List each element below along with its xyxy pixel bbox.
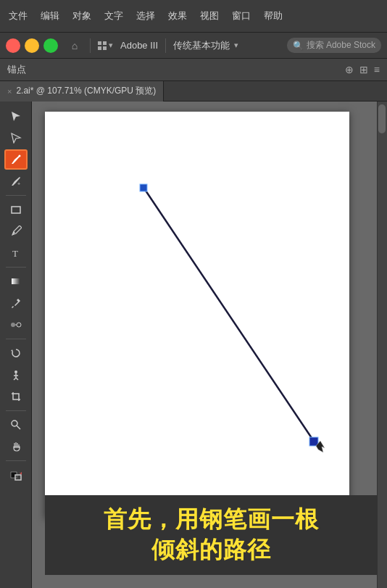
annotation-text: 首先，用钢笔画一根 倾斜的路径: [104, 505, 319, 565]
tool-separator-2: [6, 267, 26, 268]
window-close-btn[interactable]: [6, 38, 20, 53]
search-icon: 🔍: [293, 41, 304, 51]
tool-separator-3: [6, 339, 26, 339]
workspace-dropdown-icon[interactable]: ▾: [234, 41, 238, 50]
arrange-dropdown-icon[interactable]: ▾: [109, 41, 113, 50]
main-area: + T: [0, 102, 387, 588]
anchor-icon-3[interactable]: ≡: [374, 64, 380, 75]
svg-text:T: T: [12, 248, 18, 259]
pen-add-tool[interactable]: +: [4, 171, 28, 191]
annotation-line1: 首先，用钢笔画一根: [104, 505, 319, 535]
hand-tool[interactable]: [4, 436, 28, 457]
fill-stroke-tool[interactable]: ⟲: [4, 465, 28, 485]
anchor-icon-1[interactable]: ⊕: [345, 64, 354, 75]
rotate-tool[interactable]: [4, 343, 28, 363]
document-tab[interactable]: × 2.ai* @ 107.71% (CMYK/GPU 预览): [0, 81, 164, 102]
puppet-warp-tool[interactable]: [4, 365, 28, 385]
text-tool[interactable]: T: [4, 243, 28, 263]
annotation-line2: 倾斜的路径: [104, 535, 319, 566]
pen-tool[interactable]: [4, 149, 28, 170]
search-placeholder: 搜索 Adobe Stock: [307, 39, 375, 51]
blend-tool[interactable]: [4, 315, 28, 335]
menu-effects[interactable]: 效果: [168, 9, 187, 22]
anchor-bar: 锚点 ⊕ ⊞ ≡: [0, 58, 387, 81]
top-toolbar: ⌂ ▾ Adobe III 传统基本功能 ▾ 🔍 搜索 Adobe Stock: [0, 32, 387, 58]
menu-object[interactable]: 对象: [72, 9, 91, 22]
svg-text:⟲: ⟲: [20, 471, 22, 477]
tool-separator-5: [6, 460, 26, 461]
svg-text:+: +: [17, 181, 20, 186]
workspace-label[interactable]: 传统基本功能: [173, 39, 230, 52]
pencil-tool[interactable]: [4, 221, 28, 241]
menu-window[interactable]: 窗口: [232, 9, 251, 22]
svg-rect-4: [12, 278, 20, 284]
select-tool[interactable]: [4, 106, 28, 126]
crop-tool[interactable]: [4, 386, 28, 407]
separator-2: [165, 38, 166, 53]
svg-point-8: [14, 370, 17, 373]
separator-1: [90, 38, 91, 53]
tab-bar: × 2.ai* @ 107.71% (CMYK/GPU 预览): [0, 81, 387, 102]
svg-rect-2: [12, 207, 20, 213]
zoom-tool[interactable]: [4, 415, 28, 435]
arrange-icon[interactable]: ▾: [98, 41, 113, 50]
svg-point-6: [17, 323, 21, 327]
scroll-thumb-vertical[interactable]: [378, 104, 386, 133]
svg-point-0: [18, 155, 20, 157]
eyedropper-tool[interactable]: [4, 293, 28, 313]
window-maximize-btn[interactable]: [43, 38, 58, 53]
tool-separator-4: [6, 410, 26, 411]
anchor-icon-2[interactable]: ⊞: [359, 64, 368, 75]
tab-close-btn[interactable]: ×: [7, 87, 12, 96]
anchor-right-icons: ⊕ ⊞ ≡: [345, 64, 380, 75]
window-minimize-btn[interactable]: [25, 38, 39, 53]
menu-bar: 文件 编辑 对象 文字 选择 效果 视图 窗口 帮助: [0, 0, 387, 32]
direct-select-tool[interactable]: [4, 128, 28, 148]
menu-select[interactable]: 选择: [136, 9, 155, 22]
anchor-label: 锚点: [7, 63, 26, 76]
menu-text[interactable]: 文字: [104, 9, 123, 22]
gradient-tool[interactable]: [4, 271, 28, 291]
rectangle-tool[interactable]: [4, 199, 28, 220]
menu-edit[interactable]: 编辑: [41, 9, 59, 22]
scrollbar-vertical[interactable]: [377, 102, 387, 588]
svg-point-5: [11, 323, 15, 327]
canvas-area[interactable]: 首先，用钢笔画一根 倾斜的路径: [32, 102, 387, 588]
svg-point-13: [12, 421, 17, 426]
menu-help[interactable]: 帮助: [264, 9, 283, 22]
svg-line-14: [17, 426, 20, 429]
annotation-area: 首先，用钢笔画一根 倾斜的路径: [45, 495, 377, 575]
svg-line-12: [16, 378, 18, 380]
tab-title: 2.ai* @ 107.71% (CMYK/GPU 预览): [16, 85, 156, 97]
tool-separator-1: [6, 195, 26, 196]
menu-file[interactable]: 文件: [9, 9, 28, 22]
left-toolbar: + T: [0, 102, 32, 588]
home-icon[interactable]: ⌂: [67, 38, 83, 54]
search-box[interactable]: 🔍 搜索 Adobe Stock: [287, 38, 381, 53]
adobe-label: Adobe III: [120, 40, 158, 51]
menu-view[interactable]: 视图: [200, 9, 219, 22]
artboard: [45, 112, 349, 518]
grid-icon: [98, 41, 107, 50]
